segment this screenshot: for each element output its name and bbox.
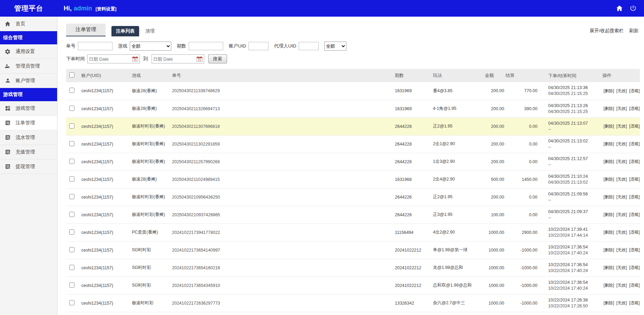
status-select[interactable]: 全部: [324, 42, 346, 51]
col-play: 玩法: [433, 69, 485, 82]
cell-order-no: 20250430211024989415: [172, 170, 395, 188]
flow-icon: [4, 134, 11, 141]
cell-settle: 2900.00: [506, 224, 539, 241]
refresh-link[interactable]: 刷新: [629, 28, 638, 34]
profile-settings-link[interactable]: [资料设置]: [96, 6, 117, 12]
row-checkbox[interactable]: [69, 123, 74, 129]
invalid-link[interactable]: [无效]: [616, 212, 627, 217]
agent-uid-input[interactable]: [299, 42, 319, 50]
sidebar-item-充值管理[interactable]: 充值管理: [0, 145, 57, 159]
col-order-no: 单号: [172, 69, 395, 82]
violation-link[interactable]: [违规]: [629, 230, 640, 235]
home-icon[interactable]: [616, 5, 623, 12]
top-header: 管理平台 Hi, admin [资料设置]: [0, 0, 644, 17]
violation-link[interactable]: [违规]: [629, 159, 640, 164]
delete-link[interactable]: [删除]: [604, 106, 614, 111]
violation-link[interactable]: [违规]: [629, 88, 640, 93]
violation-link[interactable]: [违规]: [629, 300, 640, 305]
delete-link[interactable]: [删除]: [604, 194, 614, 199]
username: admin: [74, 5, 92, 12]
delete-link[interactable]: [删除]: [604, 212, 614, 217]
violation-link[interactable]: [违规]: [629, 141, 640, 146]
period-input[interactable]: [189, 42, 223, 50]
sidebar-item-label: 管理员管理: [16, 63, 40, 69]
invalid-link[interactable]: [无效]: [616, 141, 627, 146]
invalid-link[interactable]: [无效]: [616, 194, 627, 199]
sidebar-section-label: 游戏管理: [3, 91, 22, 98]
date-from-input[interactable]: [89, 56, 132, 62]
cell-time: 04/30/2025 21:09:56 --: [539, 188, 602, 206]
delete-link[interactable]: [删除]: [604, 265, 614, 270]
row-checkbox[interactable]: [69, 159, 74, 164]
sidebar-item-账户管理[interactable]: 账户管理: [0, 73, 57, 88]
cell-play: 龙@1.98@总和: [433, 259, 485, 277]
violation-link[interactable]: [违规]: [629, 194, 640, 199]
toggle-search-link[interactable]: 展开/收起搜索栏: [590, 28, 624, 34]
row-checkbox[interactable]: [69, 141, 74, 146]
violation-link[interactable]: [违规]: [629, 212, 640, 217]
invalid-link[interactable]: [无效]: [616, 300, 627, 305]
delete-link[interactable]: [删除]: [604, 88, 614, 93]
order-no-label: 单号: [66, 43, 75, 49]
game-select[interactable]: 全部: [130, 42, 171, 51]
cell-account: ceshi1234(1157): [81, 117, 132, 135]
row-checkbox[interactable]: [69, 247, 74, 252]
violation-link[interactable]: [违规]: [629, 283, 640, 288]
row-checkbox[interactable]: [69, 282, 74, 288]
sidebar-item-管理员管理[interactable]: 管理员管理: [0, 59, 57, 73]
sidebar-item-首页[interactable]: 首页: [0, 17, 57, 31]
order-no-input[interactable]: [78, 42, 112, 50]
delete-link[interactable]: [删除]: [604, 141, 614, 146]
sidebar-item-通用设置[interactable]: 通用设置: [0, 44, 57, 59]
row-checkbox[interactable]: [69, 265, 74, 270]
violation-link[interactable]: [违规]: [629, 177, 640, 182]
delete-link[interactable]: [删除]: [604, 230, 614, 235]
account-uid-input[interactable]: [248, 42, 269, 50]
invalid-link[interactable]: [无效]: [616, 159, 627, 164]
violation-link[interactable]: [违规]: [629, 106, 640, 111]
search-button[interactable]: 搜索: [208, 54, 227, 63]
violation-link[interactable]: [违规]: [629, 124, 640, 129]
row-checkbox[interactable]: [69, 229, 74, 235]
tab-cleanup[interactable]: 清理: [141, 26, 159, 36]
cell-settle: 0.00: [506, 117, 539, 135]
invalid-link[interactable]: [无效]: [616, 230, 627, 235]
select-all-checkbox[interactable]: [69, 72, 74, 78]
delete-link[interactable]: [删除]: [604, 124, 614, 129]
invalid-link[interactable]: [无效]: [616, 283, 627, 288]
row-checkbox[interactable]: [69, 88, 74, 93]
sidebar-item-流水管理[interactable]: 流水管理: [0, 130, 57, 145]
cell-ops: [删除] [无效] [违规]: [602, 259, 640, 277]
delete-link[interactable]: [删除]: [604, 300, 614, 305]
table-row: ceshi1234(1157) SG时时彩 202410221736541602…: [66, 259, 640, 277]
delete-link[interactable]: [删除]: [604, 159, 614, 164]
row-checkbox[interactable]: [69, 212, 74, 217]
tab-order-list[interactable]: 注单列表: [111, 26, 139, 36]
sidebar-item-游戏管理[interactable]: 游戏管理: [0, 101, 57, 116]
sidebar-item-提现管理[interactable]: 提现管理: [0, 159, 57, 174]
date-to-input[interactable]: [153, 56, 197, 62]
row-checkbox[interactable]: [69, 106, 74, 111]
delete-link[interactable]: [删除]: [604, 177, 614, 182]
sidebar-item-注单管理[interactable]: 注单管理: [0, 116, 57, 130]
power-icon[interactable]: [629, 5, 637, 12]
invalid-link[interactable]: [无效]: [616, 124, 627, 129]
cell-account: ceshi1234(1157): [81, 294, 132, 312]
invalid-link[interactable]: [无效]: [616, 177, 627, 182]
delete-link[interactable]: [删除]: [604, 283, 614, 288]
invalid-link[interactable]: [无效]: [616, 88, 627, 93]
violation-link[interactable]: [违规]: [629, 265, 640, 270]
table-row: ceshi1234(1157) 极速28(番摊) 202504302113266…: [66, 100, 640, 117]
delete-link[interactable]: [删除]: [604, 247, 614, 252]
svg-text:31: 31: [198, 58, 201, 61]
cell-period: 20241022212: [395, 241, 433, 259]
invalid-link[interactable]: [无效]: [616, 106, 627, 111]
calendar-icon[interactable]: 31: [132, 56, 138, 62]
invalid-link[interactable]: [无效]: [616, 247, 627, 252]
row-checkbox[interactable]: [69, 194, 74, 199]
violation-link[interactable]: [违规]: [629, 247, 640, 252]
calendar-icon[interactable]: 31: [197, 56, 202, 62]
row-checkbox[interactable]: [69, 176, 74, 182]
row-checkbox[interactable]: [69, 300, 74, 305]
invalid-link[interactable]: [无效]: [616, 265, 627, 270]
